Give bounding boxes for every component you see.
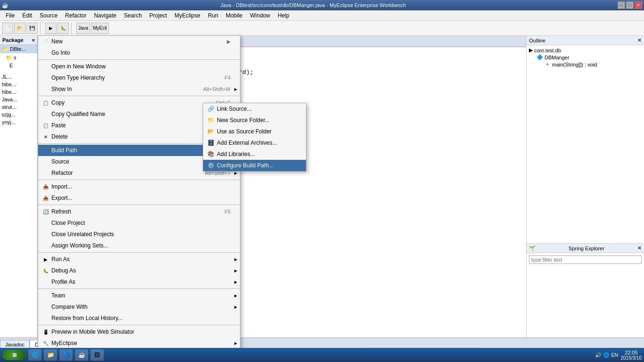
menu-myeclipse[interactable]: MyEclipse	[171, 11, 204, 20]
toolbar-save[interactable]: 💾	[26, 23, 38, 34]
menu-help[interactable]: Help	[274, 11, 293, 20]
method-icon: 🔹	[544, 61, 551, 67]
sub-configure-build-path[interactable]: ⚙️ Configure Build Path...	[203, 160, 306, 171]
sub-add-external-archives[interactable]: 🗄️ Add External Archives...	[203, 137, 306, 148]
ctx-show-in[interactable]: Show In Alt+Shift+W	[38, 83, 240, 95]
menu-navigate[interactable]: Navigate	[90, 11, 120, 20]
pkg-ynyj-label: ynyj...	[2, 119, 16, 125]
taskbar-app-folder[interactable]: 📁	[44, 349, 57, 361]
start-button[interactable]: ⊞	[2, 350, 26, 360]
toolbar-new[interactable]: 📄	[2, 23, 13, 34]
outline-tree: ▶ com.test.db 🔷 DBManger 🔹 main(String[]…	[527, 45, 644, 69]
ctx-sep1	[38, 59, 240, 60]
taskbar-app-photo[interactable]: 🖼	[91, 349, 104, 361]
maximize-button[interactable]: □	[626, 1, 634, 9]
class-icon: 🔷	[537, 54, 543, 60]
pkg-item-src[interactable]: 📁 s	[0, 53, 37, 62]
pkg-java-label: Java...	[2, 97, 17, 102]
pkg-item-jl[interactable]: JL...	[0, 73, 37, 81]
pkg-item-ynyj[interactable]: ynyj...	[0, 118, 37, 126]
ctx-open-new-window[interactable]: Open in New Window	[38, 61, 240, 72]
menu-refactor[interactable]: Refactor	[61, 11, 90, 20]
ctx-new[interactable]: 📄 New ▶	[38, 36, 240, 47]
spring-controls[interactable]: ✕	[637, 245, 642, 251]
sub-new-source-folder[interactable]: 📁 New Source Folder...	[203, 115, 306, 126]
ctx-sep5	[38, 205, 240, 205]
add-libraries-icon: 📚	[207, 150, 215, 158]
taskbar-app-chrome[interactable]: 🔵	[59, 349, 73, 361]
menu-file[interactable]: File	[2, 11, 18, 20]
ctx-preview-mobile[interactable]: 📱 Preview in Mobile Web Simulator	[38, 326, 240, 337]
ctx-export[interactable]: 📤 Export...	[38, 192, 240, 204]
ctx-open-type-label: Open Type Hierarchy	[51, 74, 215, 81]
ctx-restore-local[interactable]: Restore from Local History...	[38, 313, 240, 324]
ctx-source-label: Source	[51, 158, 195, 165]
ctx-delete-label: Delete	[51, 133, 206, 140]
ctx-run-as[interactable]: ▶ Run As	[38, 254, 240, 265]
outline-controls[interactable]: ✕	[637, 37, 642, 43]
ctx-debug-as[interactable]: 🐛 Debug As	[38, 265, 240, 276]
ctx-assign-working-sets[interactable]: Assign Working Sets...	[38, 240, 240, 251]
ctx-myeclipse[interactable]: 🔧 MyEclipse	[38, 337, 240, 349]
project-icon: 📁	[2, 46, 8, 52]
taskbar-time-value: 22:05	[621, 350, 642, 355]
taskbar-date-value: 2015/3/10	[621, 355, 642, 361]
ctx-close-project[interactable]: Close Project	[38, 217, 240, 229]
menu-edit[interactable]: Edit	[18, 11, 36, 20]
pkg-item-e[interactable]: E	[0, 62, 37, 69]
toolbar-sep1	[40, 23, 43, 34]
pkg-item-dbtest[interactable]: 📁 DBte...	[0, 45, 37, 53]
menu-run[interactable]: Run	[204, 11, 222, 20]
ctx-team[interactable]: Team	[38, 290, 240, 301]
title-icon: ☕	[2, 2, 8, 8]
ctx-refactor-label: Refactor	[51, 170, 196, 176]
ctx-sep6	[38, 252, 240, 253]
outline-title: Outline	[529, 38, 545, 43]
context-menu: 📄 New ▶ Go Into Open in New Window Open …	[38, 35, 240, 362]
ctx-open-type-hierarchy[interactable]: Open Type Hierarchy F4	[38, 72, 240, 83]
outline-node-dbmanger[interactable]: 🔷 DBManger	[536, 54, 643, 61]
toolbar-run[interactable]: ▶	[45, 23, 57, 34]
preview-icon: 📱	[42, 328, 50, 336]
sub-add-libraries[interactable]: 📚 Add Libraries...	[203, 148, 306, 160]
package-explorer-title: Package	[2, 37, 24, 43]
pkg-item-hibe1[interactable]: hibe...	[0, 81, 37, 88]
close-button[interactable]: ✕	[635, 1, 642, 9]
pkg-item-hibe2[interactable]: hibe...	[0, 88, 37, 96]
pkg-item-java[interactable]: Java...	[0, 96, 37, 103]
ctx-go-into[interactable]: Go Into	[38, 47, 240, 58]
outline-node-comtestdb[interactable]: ▶ com.test.db	[528, 47, 643, 54]
toolbar-java[interactable]: Java	[76, 23, 90, 34]
ctx-sep2	[38, 96, 240, 96]
sub-use-as-source[interactable]: 📂 Use as Source Folder	[203, 126, 306, 137]
ctx-preview-label: Preview in Mobile Web Simulator	[51, 329, 231, 335]
taskbar-app-eclipse[interactable]: ☕	[75, 349, 88, 361]
ctx-profile-as[interactable]: Profile As	[38, 276, 240, 288]
ctx-refresh[interactable]: 🔄 Refresh F5	[38, 206, 240, 217]
taskbar-right: 🔊 🌐 EN 22:05 2015/3/10	[595, 350, 642, 361]
sub-use-as-source-label: Use as Source Folder	[217, 128, 272, 135]
toolbar-myeclipse[interactable]: MyEcli	[91, 23, 108, 34]
toolbar-debug[interactable]: 🐛	[58, 23, 69, 34]
ctx-import[interactable]: 📥 Import...	[38, 181, 240, 192]
sub-add-libraries-label: Add Libraries...	[217, 151, 255, 157]
minimize-button[interactable]: ─	[618, 1, 625, 9]
pkg-item-strut[interactable]: strut...	[0, 103, 37, 111]
outline-node-main[interactable]: 🔹 main(String[]) : void	[543, 61, 643, 68]
link-source-icon: 🔗	[207, 105, 215, 113]
spring-filter-input[interactable]	[529, 255, 642, 264]
menu-mobile[interactable]: Mobile	[222, 11, 246, 20]
ctx-close-unrelated[interactable]: Close Unrelated Projects	[38, 229, 240, 240]
menu-source[interactable]: Source	[36, 11, 61, 20]
menu-search[interactable]: Search	[120, 11, 146, 20]
menu-window[interactable]: Window	[246, 11, 274, 20]
toolbar-open[interactable]: 📂	[14, 23, 25, 34]
delete-icon: ✕	[42, 133, 50, 140]
menu-project[interactable]: Project	[146, 11, 171, 20]
ctx-compare-with[interactable]: Compare With	[38, 301, 240, 313]
sub-link-source[interactable]: 🔗 Link Source...	[203, 103, 306, 115]
taskbar-app-browser[interactable]: 🌐	[28, 349, 41, 361]
pkg-item-szjg[interactable]: szjg...	[0, 111, 37, 118]
ctx-compare-with-label: Compare With	[51, 304, 231, 310]
export-icon: 📤	[42, 194, 50, 202]
